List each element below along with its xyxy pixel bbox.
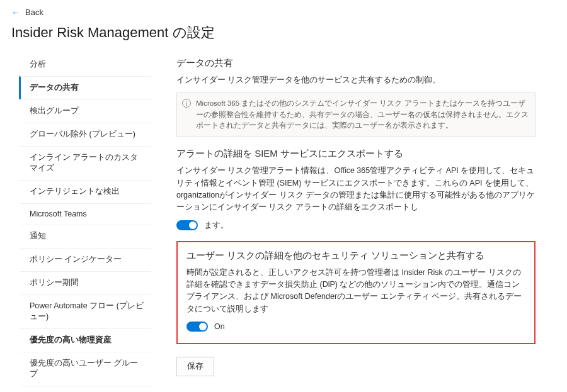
back-arrow-icon: ←: [11, 8, 20, 17]
sidebar-item-teams[interactable]: Microsoft Teams: [19, 203, 151, 225]
sidebar-item-inline-alert-customize[interactable]: インライン アラートのカスタマイズ: [19, 146, 151, 180]
sidebar-item-global-exclusion[interactable]: グローバル除外 (プレビュー): [19, 123, 151, 146]
toggle-knob-icon: [189, 221, 197, 229]
section-title-share-risk: ユーザー リスクの詳細を他のセキュリティ ソリューションと共有する: [186, 250, 525, 262]
sidebar: 分析 データの共有 検出グループ グローバル除外 (プレビュー) インライン ア…: [19, 53, 151, 392]
back-label: Back: [25, 8, 43, 17]
toggle-export-siem[interactable]: [176, 220, 198, 230]
sidebar-item-policy-indicators[interactable]: ポリシー インジケーター: [19, 248, 151, 271]
highlighted-section: ユーザー リスクの詳細を他のセキュリティ ソリューションと共有する 時間が設定さ…: [176, 241, 536, 345]
sidebar-item-intelligent-detection[interactable]: インテリジェントな検出: [19, 180, 151, 203]
main-panel: データの共有 インサイダー リスク管理データを他のサービスと共有するための制御。…: [176, 53, 554, 392]
section-desc-data-sharing: インサイダー リスク管理データを他のサービスと共有するための制御。: [176, 74, 536, 86]
page-title: Insider Risk Management の設定: [0, 22, 567, 53]
toggle-label-share-risk: On: [214, 322, 225, 331]
sidebar-item-physical-assets[interactable]: 優先度の高い物理資産: [19, 328, 151, 352]
back-nav[interactable]: ← Back: [0, 0, 567, 22]
sidebar-item-priority-user-groups[interactable]: 優先度の高いユーザー グループ: [19, 352, 151, 386]
sidebar-item-notifications[interactable]: 通知: [19, 225, 151, 248]
section-title-data-sharing: データの共有: [176, 57, 536, 69]
info-text: Microsoft 365 またはその他のシステムでインサイダー リスク アラー…: [196, 99, 529, 129]
section-title-export-siem: アラートの詳細を SIEM サービスにエクスポートする: [176, 148, 536, 160]
save-button[interactable]: 保存: [176, 357, 214, 376]
toggle-row-share-risk: On: [186, 322, 525, 332]
info-icon: i: [182, 99, 191, 108]
content-area: 分析 データの共有 検出グループ グローバル除外 (プレビュー) インライン ア…: [0, 53, 567, 392]
toggle-knob-icon: [199, 323, 207, 330]
section-desc-export-siem: インサイダー リスク管理アラート情報は、Office 365管理アクティビティ …: [176, 165, 536, 214]
sidebar-item-detection-groups[interactable]: 検出グループ: [19, 99, 151, 123]
section-desc-share-risk: 時間が設定されると、正しいアクセス許可を持つ管理者は Insider Risk …: [186, 267, 525, 316]
sidebar-item-policy-period[interactable]: ポリシー期間: [19, 271, 151, 294]
toggle-row-export: ます。: [176, 220, 536, 231]
sidebar-item-analysis[interactable]: 分析: [19, 53, 151, 76]
sidebar-item-data-sharing[interactable]: データの共有: [19, 76, 151, 99]
toggle-label-export: ます。: [204, 220, 229, 231]
info-callout: i Microsoft 365 またはその他のシステムでインサイダー リスク ア…: [176, 92, 536, 137]
sidebar-item-power-automate[interactable]: Power Automate フロー (プレビュー): [19, 294, 151, 328]
sidebar-item-privacy[interactable]: プライバシー: [19, 386, 151, 392]
toggle-share-risk[interactable]: [186, 322, 208, 332]
